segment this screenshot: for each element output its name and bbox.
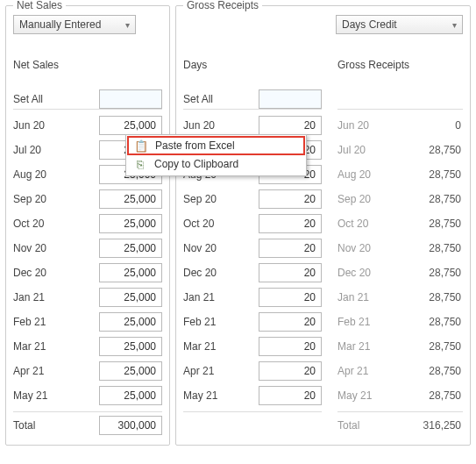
row-value: 28,750 (400, 340, 463, 353)
set-all-label: Set All (183, 93, 259, 105)
table-row: May 21 (183, 383, 322, 408)
table-row: Oct 2028,750 (337, 211, 463, 236)
row-value: 28,750 (400, 291, 463, 303)
paste-icon: 📋 (134, 139, 148, 153)
table-row: Sep 20 (13, 187, 162, 211)
row-label: Jun 20 (337, 119, 400, 132)
days-total-spacer (183, 411, 322, 438)
table-row: Feb 2128,750 (337, 310, 463, 334)
days-input[interactable] (259, 263, 322, 282)
days-input[interactable] (259, 361, 322, 381)
days-input[interactable] (259, 189, 322, 209)
row-label: Jan 21 (183, 291, 259, 303)
table-row: Feb 21 (13, 310, 162, 334)
receipts-column: Gross Receipts Jun 200Jul 2028,750Aug 20… (337, 59, 463, 438)
table-row: Jan 21 (13, 285, 162, 310)
days-input[interactable] (259, 337, 322, 356)
days-input[interactable] (259, 214, 322, 233)
table-row: Sep 2028,750 (337, 187, 463, 211)
row-label: Feb 21 (13, 316, 99, 328)
table-row: May 21 (13, 383, 162, 408)
net-sales-group: Net Sales Manually Entered ▾ Net Sales S… (5, 5, 170, 446)
row-label: Nov 20 (183, 242, 259, 254)
days-set-all-input[interactable] (259, 89, 322, 109)
dropdown-selected: Manually Entered (19, 18, 101, 31)
net-sales-input[interactable] (99, 116, 162, 135)
row-label: Apr 21 (183, 365, 259, 377)
table-row: Apr 21 (183, 359, 322, 383)
row-label: Sep 20 (337, 193, 400, 205)
context-menu-item-label: Paste from Excel (155, 139, 235, 152)
row-label: Oct 20 (13, 218, 99, 230)
table-row: May 2128,750 (337, 383, 463, 408)
row-label: Oct 20 (337, 218, 400, 230)
row-value: 28,750 (400, 144, 463, 156)
table-row: Jan 2128,750 (337, 285, 463, 310)
row-label: Jul 20 (13, 144, 99, 156)
row-value: 28,750 (400, 218, 463, 230)
net-sales-total-value (99, 416, 162, 435)
receipts-section-label: Gross Receipts (337, 59, 463, 71)
net-sales-section-label: Net Sales (13, 59, 162, 71)
table-row: Apr 2128,750 (337, 359, 463, 383)
net-sales-total-row: Total (13, 411, 162, 438)
row-label: Jul 20 (337, 144, 400, 156)
table-row: Mar 2128,750 (337, 334, 463, 359)
row-label: Mar 21 (337, 340, 400, 353)
days-section-label: Days (183, 59, 322, 71)
chevron-down-icon: ▾ (125, 20, 130, 30)
table-row: Feb 21 (183, 310, 322, 334)
row-label: May 21 (183, 389, 259, 402)
gross-receipts-group: Gross Receipts Days Credit ▾ Days Set Al… (175, 5, 471, 446)
context-menu-copy[interactable]: ⎘ Copy to Clipboard (128, 154, 304, 174)
row-label: Feb 21 (337, 316, 400, 328)
row-label: Mar 21 (183, 340, 259, 353)
net-sales-input[interactable] (99, 239, 162, 258)
total-label: Total (337, 419, 400, 432)
copy-icon: ⎘ (133, 158, 147, 171)
row-label: Apr 21 (13, 365, 99, 377)
row-value: 28,750 (400, 193, 463, 205)
row-label: Apr 21 (337, 365, 400, 377)
net-sales-input[interactable] (99, 337, 162, 356)
net-sales-input[interactable] (99, 386, 162, 405)
net-sales-set-all-input[interactable] (99, 89, 162, 109)
chevron-down-icon: ▾ (452, 20, 457, 30)
net-sales-input[interactable] (99, 288, 162, 307)
days-input[interactable] (259, 288, 322, 307)
days-input[interactable] (259, 116, 322, 135)
row-value: 28,750 (400, 168, 463, 181)
net-sales-input[interactable] (99, 263, 162, 282)
days-column: Days Set All Jun 20Jul 20Aug 20Sep 20Oct… (183, 59, 322, 438)
days-input[interactable] (259, 239, 322, 258)
row-label: May 21 (337, 389, 400, 402)
gross-receipts-mode-dropdown[interactable]: Days Credit ▾ (336, 15, 463, 34)
net-sales-input[interactable] (99, 312, 162, 332)
row-label: Dec 20 (13, 267, 99, 279)
row-label: Jan 21 (13, 291, 99, 303)
table-row: Aug 2028,750 (337, 162, 463, 187)
row-label: Sep 20 (13, 193, 99, 205)
row-value: 28,750 (400, 389, 463, 402)
receipts-header-spacer (337, 89, 463, 110)
net-sales-input[interactable] (99, 214, 162, 233)
net-sales-input[interactable] (99, 361, 162, 381)
row-label: Jun 20 (13, 119, 99, 132)
table-row: Nov 20 (13, 236, 162, 261)
net-sales-group-title: Net Sales (13, 0, 66, 11)
net-sales-input[interactable] (99, 189, 162, 209)
row-value: 28,750 (400, 365, 463, 377)
row-label: Sep 20 (183, 193, 259, 205)
table-row: Jun 200 (337, 113, 463, 138)
table-row: Dec 20 (13, 261, 162, 285)
row-label: Aug 20 (13, 168, 99, 181)
context-menu-paste[interactable]: 📋 Paste from Excel (127, 136, 305, 155)
days-input[interactable] (259, 312, 322, 332)
row-label: Dec 20 (337, 267, 400, 279)
table-row: Jan 21 (183, 285, 322, 310)
table-row: Mar 21 (13, 334, 162, 359)
days-input[interactable] (259, 386, 322, 405)
row-label: May 21 (13, 389, 99, 402)
net-sales-mode-dropdown[interactable]: Manually Entered ▾ (13, 15, 136, 34)
row-label: Jun 20 (183, 119, 259, 132)
